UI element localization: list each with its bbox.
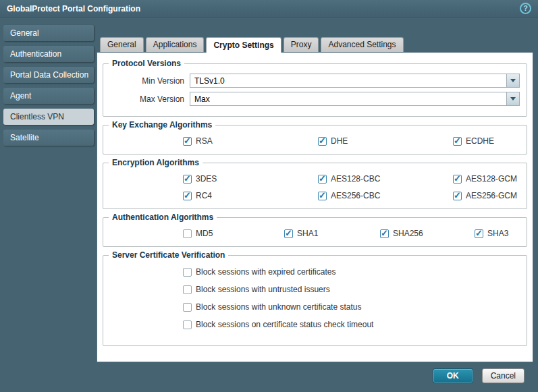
aes256-gcm-option[interactable]: AES256-GCM: [453, 191, 533, 200]
server-certificate-options: Block sessions with expired certificates…: [110, 267, 520, 329]
tab-bar: General Applications Crypto Settings Pro…: [97, 37, 533, 52]
max-version-dropdown[interactable]: Max: [190, 92, 520, 106]
block-unknown-status-checkbox[interactable]: [183, 303, 192, 312]
rc4-label: RC4: [196, 191, 212, 200]
encryption-algorithms-section: Encryption Algorithms 3DES AES128-CBC AE…: [103, 163, 527, 209]
rc4-option[interactable]: RC4: [183, 191, 318, 200]
aes256-cbc-label: AES256-CBC: [331, 191, 380, 200]
aes256-gcm-checkbox[interactable]: [453, 192, 462, 200]
authentication-algorithms-section: Authentication Algorithms MD5 SHA1 SHA25…: [103, 217, 527, 247]
dialog-title: GlobalProtect Portal Configuration: [7, 4, 520, 13]
aes128-cbc-checkbox[interactable]: [318, 175, 327, 184]
tab-proxy[interactable]: Proxy: [284, 37, 319, 52]
chevron-down-icon[interactable]: [506, 74, 519, 87]
ok-button[interactable]: OK: [433, 368, 473, 383]
key-exchange-options: RSA DHE ECDHE: [110, 136, 520, 146]
aes128-gcm-checkbox[interactable]: [453, 175, 462, 184]
sidebar-item-portal-data-collection[interactable]: Portal Data Collection: [3, 67, 94, 83]
sha1-label: SHA1: [297, 229, 318, 238]
block-untrusted-issuers-checkbox[interactable]: [183, 285, 192, 294]
section-title: Protocol Versions: [109, 59, 184, 68]
block-expired-certificates-checkbox[interactable]: [183, 268, 192, 277]
sha256-checkbox[interactable]: [380, 229, 389, 238]
sidebar-item-clientless-vpn[interactable]: Clientless VPN: [3, 109, 94, 125]
3des-checkbox[interactable]: [183, 175, 192, 184]
sha3-checkbox[interactable]: [475, 229, 483, 238]
globalprotect-portal-configuration-dialog: GlobalProtect Portal Configuration ? Gen…: [0, 0, 538, 392]
md5-checkbox[interactable]: [183, 229, 192, 238]
sha3-option[interactable]: SHA3: [475, 229, 533, 238]
dhe-checkbox[interactable]: [318, 137, 327, 146]
help-icon[interactable]: ?: [520, 3, 531, 14]
block-untrusted-issuers-label: Block sessions with untrusted issuers: [196, 285, 330, 294]
max-version-row: Max Version Max: [110, 92, 520, 106]
sha256-option[interactable]: SHA256: [380, 229, 475, 238]
rsa-label: RSA: [196, 136, 213, 146]
dhe-option[interactable]: DHE: [318, 136, 453, 146]
3des-label: 3DES: [196, 174, 217, 184]
min-version-row: Min Version TLSv1.0: [110, 74, 520, 88]
tab-crypto-settings[interactable]: Crypto Settings: [206, 37, 281, 53]
3des-option[interactable]: 3DES: [183, 174, 318, 184]
sidebar-item-agent[interactable]: Agent: [3, 88, 94, 104]
rc4-checkbox[interactable]: [183, 192, 192, 200]
aes128-gcm-label: AES128-GCM: [466, 174, 517, 184]
block-untrusted-issuers-option[interactable]: Block sessions with untrusted issuers: [183, 285, 520, 294]
min-version-value: TLSv1.0: [190, 76, 506, 86]
aes256-cbc-option[interactable]: AES256-CBC: [318, 191, 453, 200]
sha3-label: SHA3: [487, 229, 508, 238]
sidebar: General Authentication Portal Data Colle…: [3, 25, 94, 150]
sha1-option[interactable]: SHA1: [284, 229, 380, 238]
aes128-cbc-label: AES128-CBC: [331, 174, 380, 184]
section-title: Server Certificate Verification: [109, 250, 228, 260]
block-status-check-timeout-checkbox[interactable]: [183, 320, 192, 329]
max-version-value: Max: [190, 94, 506, 104]
protocol-versions-section: Protocol Versions Min Version TLSv1.0 Ma…: [103, 63, 527, 117]
max-version-label: Max Version: [110, 94, 184, 104]
block-expired-certificates-label: Block sessions with expired certificates: [196, 267, 335, 277]
cancel-button[interactable]: Cancel: [482, 368, 524, 383]
min-version-dropdown[interactable]: TLSv1.0: [190, 74, 520, 88]
sidebar-item-general[interactable]: General: [3, 25, 94, 41]
ecdhe-option[interactable]: ECDHE: [453, 136, 533, 146]
sidebar-item-authentication[interactable]: Authentication: [3, 46, 94, 62]
sha256-label: SHA256: [393, 229, 423, 238]
dialog-titlebar: GlobalProtect Portal Configuration ?: [0, 0, 538, 18]
block-unknown-status-option[interactable]: Block sessions with unknown certificate …: [183, 302, 520, 312]
block-unknown-status-label: Block sessions with unknown certificate …: [196, 302, 361, 312]
authentication-options: MD5 SHA1 SHA256 SHA3: [110, 229, 520, 238]
sha1-checkbox[interactable]: [284, 229, 293, 238]
block-status-check-timeout-label: Block sessions on certificate status che…: [196, 320, 373, 329]
section-title: Encryption Algorithms: [109, 158, 203, 167]
section-title: Key Exchange Algorithms: [109, 120, 215, 130]
encryption-options: 3DES AES128-CBC AES128-GCM RC4: [110, 174, 520, 200]
rsa-checkbox[interactable]: [183, 137, 192, 146]
ecdhe-label: ECDHE: [466, 136, 494, 146]
section-title: Authentication Algorithms: [109, 213, 217, 222]
aes128-gcm-option[interactable]: AES128-GCM: [453, 174, 533, 184]
md5-option[interactable]: MD5: [183, 229, 284, 238]
main-area: General Applications Crypto Settings Pro…: [97, 37, 533, 362]
content-panel: Protocol Versions Min Version TLSv1.0 Ma…: [97, 52, 533, 362]
dhe-label: DHE: [331, 136, 348, 146]
md5-label: MD5: [196, 229, 213, 238]
chevron-down-icon[interactable]: [506, 92, 519, 105]
rsa-option[interactable]: RSA: [183, 136, 318, 146]
key-exchange-algorithms-section: Key Exchange Algorithms RSA DHE ECDHE: [103, 125, 527, 155]
min-version-label: Min Version: [110, 76, 184, 86]
tab-advanced-settings[interactable]: Advanced Settings: [321, 37, 403, 52]
sidebar-item-satellite[interactable]: Satellite: [3, 130, 94, 146]
aes128-cbc-option[interactable]: AES128-CBC: [318, 174, 453, 184]
ecdhe-checkbox[interactable]: [453, 137, 462, 146]
footer: OK Cancel: [433, 368, 524, 383]
block-expired-certificates-option[interactable]: Block sessions with expired certificates: [183, 267, 520, 277]
tab-applications[interactable]: Applications: [146, 37, 205, 52]
tab-general[interactable]: General: [100, 37, 144, 52]
block-status-check-timeout-option[interactable]: Block sessions on certificate status che…: [183, 320, 520, 329]
aes256-gcm-label: AES256-GCM: [466, 191, 517, 200]
aes256-cbc-checkbox[interactable]: [318, 192, 327, 200]
server-certificate-verification-section: Server Certificate Verification Block se…: [103, 255, 527, 346]
